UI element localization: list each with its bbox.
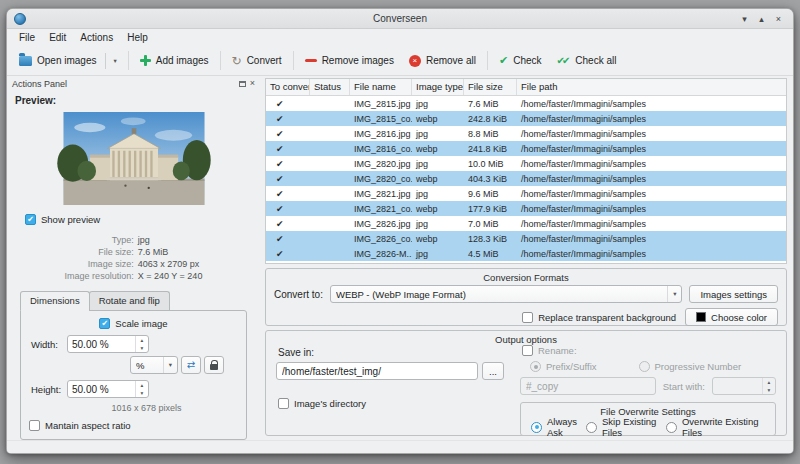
menu-actions[interactable]: Actions	[73, 30, 120, 45]
row-check-icon[interactable]: ✔	[272, 114, 288, 124]
cell-file-size: 177.9 KiB	[464, 204, 517, 214]
cell-file-name: IMG_2816.jpg	[350, 129, 412, 139]
row-check-icon[interactable]: ✔	[272, 99, 288, 109]
show-preview-checkbox[interactable]: ✔	[25, 214, 36, 225]
table-row[interactable]: ✔ IMG_2826.jpg jpg 7.0 MiB /home/faster/…	[266, 216, 786, 231]
table-row[interactable]: ✔ IMG_2815.jpg jpg 7.6 MiB /home/faster/…	[266, 96, 786, 111]
row-check-icon[interactable]: ✔	[272, 174, 288, 184]
height-input[interactable]	[68, 381, 135, 397]
menu-edit[interactable]: Edit	[42, 30, 73, 45]
row-check-icon[interactable]: ✔	[272, 129, 288, 139]
browse-button[interactable]: ...	[482, 362, 504, 380]
row-check-icon[interactable]: ✔	[272, 144, 288, 154]
header-file-path[interactable]: File path	[517, 79, 786, 95]
format-combobox[interactable]: WEBP - (WebP Image Format) ▾	[330, 285, 683, 303]
dock-float-icon[interactable]	[239, 81, 246, 87]
spin-down-icon[interactable]: ▾	[136, 389, 148, 397]
check-all-button[interactable]: ✔✔ Check all	[550, 51, 624, 70]
reset-dimensions-button[interactable]: ⇄	[181, 356, 201, 374]
spin-down-icon[interactable]: ▾	[136, 344, 148, 352]
row-check-icon[interactable]: ✔	[272, 249, 288, 259]
toolbar-separator	[487, 51, 488, 70]
rename-checkbox[interactable]: ✔	[522, 345, 533, 356]
replace-background-checkbox[interactable]: ✔	[522, 312, 533, 323]
cell-file-path: /home/faster/Immagini/samples	[517, 159, 786, 169]
choose-color-button[interactable]: Choose color	[685, 308, 778, 326]
images-settings-button[interactable]: Images settings	[689, 285, 778, 303]
resolution-value: X = 240 Y = 240	[138, 271, 203, 281]
image-size-value: 4063 x 2709 px	[138, 259, 203, 269]
file-size-label: File size:	[65, 247, 134, 257]
menu-file[interactable]: File	[12, 30, 42, 45]
images-directory-option[interactable]: ✔ Image's directory	[278, 398, 504, 409]
remove-all-button[interactable]: × Remove all	[402, 51, 483, 71]
table-row[interactable]: ✔ IMG_2816.jpg jpg 8.8 MiB /home/faster/…	[266, 126, 786, 141]
minimize-button[interactable]: ▾	[737, 11, 752, 26]
width-input[interactable]	[68, 336, 135, 352]
table-row[interactable]: ✔ IMG_2826_co... webp 128.3 KiB /home/fa…	[266, 231, 786, 246]
tab-dimensions[interactable]: Dimensions	[20, 291, 90, 310]
row-check-icon[interactable]: ✔	[272, 234, 288, 244]
header-file-name[interactable]: File name	[350, 79, 412, 95]
table-row[interactable]: ✔ IMG_2826-M... jpg 4.5 MiB /home/faster…	[266, 246, 786, 261]
maintain-aspect-option[interactable]: ✔ Mantain aspect ratio	[27, 420, 240, 431]
table-row[interactable]: ✔ IMG_2815_co... webp 242.8 KiB /home/fa…	[266, 111, 786, 126]
header-to-convert[interactable]: To convert	[266, 79, 310, 95]
table-row[interactable]: ✔ IMG_2820.jpg jpg 10.0 MiB /home/faster…	[266, 156, 786, 171]
row-check-icon[interactable]: ✔	[272, 159, 288, 169]
replace-background-option[interactable]: ✔ Replace transparent background	[522, 312, 676, 323]
rename-option[interactable]: ✔ Rename:	[522, 345, 776, 356]
table-row[interactable]: ✔ IMG_2820_co... webp 404.3 KiB /home/fa…	[266, 171, 786, 186]
scale-image-checkbox[interactable]: ✔	[99, 318, 110, 329]
width-spinner[interactable]: ▴ ▾	[67, 335, 149, 353]
overwrite-existing-radio[interactable]	[666, 422, 677, 433]
titlebar[interactable]: Converseen ▾ ▴ ×	[7, 9, 793, 29]
open-images-button[interactable]: Open images ▾	[12, 49, 124, 73]
check-icon: ✔	[499, 55, 508, 66]
lock-ratio-button[interactable]	[204, 356, 224, 374]
convert-button[interactable]: ↻ Convert	[225, 51, 289, 71]
header-file-size[interactable]: File size	[464, 79, 517, 95]
cell-file-size: 404.3 KiB	[464, 174, 517, 184]
cell-file-name: IMG_2820_co...	[350, 174, 412, 184]
maintain-aspect-checkbox[interactable]: ✔	[29, 420, 40, 431]
row-check-icon[interactable]: ✔	[272, 189, 288, 199]
cell-file-name: IMG_2815.jpg	[350, 99, 412, 109]
add-images-button[interactable]: Add images	[133, 51, 216, 70]
menu-help[interactable]: Help	[120, 30, 155, 45]
close-button[interactable]: ×	[771, 11, 786, 26]
scale-image-option[interactable]: ✔ Scale image	[99, 318, 167, 329]
always-ask-radio[interactable]	[531, 422, 542, 433]
header-status[interactable]: Status	[310, 79, 350, 95]
spin-up-icon[interactable]: ▴	[136, 381, 148, 389]
maximize-button[interactable]: ▴	[754, 11, 769, 26]
table-row[interactable]: ✔ IMG_2816_co... webp 241.8 KiB /home/fa…	[266, 141, 786, 156]
overwrite-existing-option[interactable]: Overwrite Existing Files	[666, 416, 765, 438]
show-preview-option[interactable]: ✔ Show preview	[25, 214, 252, 225]
table-row[interactable]: ✔ IMG_2821.jpg jpg 9.6 MiB /home/faster/…	[266, 186, 786, 201]
dock-close-icon[interactable]: ×	[250, 79, 255, 88]
skip-existing-radio[interactable]	[586, 422, 597, 433]
header-image-type[interactable]: Image type	[412, 79, 464, 95]
dimensions-tab-panel: ✔ Scale image Width: ▴ ▾	[20, 310, 247, 440]
save-path-input[interactable]	[276, 362, 478, 380]
skip-existing-option[interactable]: Skip Existing Files	[586, 416, 666, 438]
always-ask-option[interactable]: Always Ask	[531, 416, 586, 438]
table-row[interactable]: ✔ IMG_2821_co... webp 177.9 KiB /home/fa…	[266, 201, 786, 216]
check-button[interactable]: ✔ Check	[492, 51, 549, 70]
images-directory-checkbox[interactable]: ✔	[278, 398, 289, 409]
remove-images-button[interactable]: Remove images	[298, 51, 401, 70]
open-images-dropdown-icon[interactable]: ▾	[113, 57, 116, 65]
save-in-label: Save in:	[278, 347, 504, 358]
row-check-icon[interactable]: ✔	[272, 219, 288, 229]
unit-combobox[interactable]: % ▾	[130, 356, 178, 374]
row-check-icon[interactable]: ✔	[272, 204, 288, 214]
tab-rotate-flip[interactable]: Rotate and flip	[89, 291, 170, 310]
file-overwrite-group: File Overwrite Settings Always Ask Skip …	[520, 402, 776, 436]
height-spinner[interactable]: ▴ ▾	[67, 380, 149, 398]
toolbar-separator	[220, 51, 221, 70]
toolbar-separator	[128, 51, 129, 70]
spin-up-icon[interactable]: ▴	[136, 336, 148, 344]
cell-file-size: 9.6 MiB	[464, 189, 517, 199]
start-with-label: Start with:	[663, 381, 705, 392]
